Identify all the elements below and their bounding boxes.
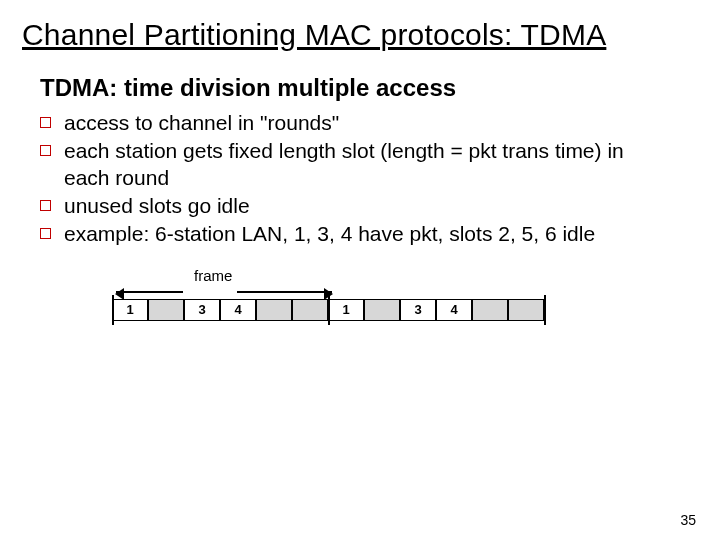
slot-filled: 1 (328, 299, 364, 321)
page-number: 35 (680, 512, 696, 528)
frame-arrow-row (114, 287, 692, 297)
slot-idle (472, 299, 508, 321)
slot-idle (364, 299, 400, 321)
arrow-right-icon (237, 291, 332, 293)
frame-divider (328, 295, 330, 325)
tdma-diagram: frame 134134 (112, 267, 692, 325)
frame-divider (544, 295, 546, 325)
slot-filled: 4 (220, 299, 256, 321)
slot-idle (292, 299, 328, 321)
slot-filled: 3 (184, 299, 220, 321)
frame-label: frame (194, 267, 232, 284)
frame-label-row: frame (114, 267, 692, 287)
slide-title: Channel Partitioning MAC protocols: TDMA (22, 18, 692, 52)
slot-idle (508, 299, 544, 321)
bullet-item: example: 6-station LAN, 1, 3, 4 have pkt… (40, 221, 660, 247)
slide-subtitle: TDMA: time division multiple access (40, 74, 692, 102)
bullet-list: access to channel in "rounds" each stati… (40, 110, 660, 247)
bullet-item: each station gets fixed length slot (len… (40, 138, 660, 191)
bullet-item: access to channel in "rounds" (40, 110, 660, 136)
slot-filled: 4 (436, 299, 472, 321)
arrow-left-icon (116, 291, 183, 293)
slot-row: 134134 (112, 299, 692, 325)
slot-filled: 3 (400, 299, 436, 321)
slide: Channel Partitioning MAC protocols: TDMA… (0, 0, 720, 540)
slot-idle (148, 299, 184, 321)
slot-idle (256, 299, 292, 321)
slot-filled: 1 (112, 299, 148, 321)
bullet-item: unused slots go idle (40, 193, 660, 219)
frame-divider (112, 295, 114, 325)
